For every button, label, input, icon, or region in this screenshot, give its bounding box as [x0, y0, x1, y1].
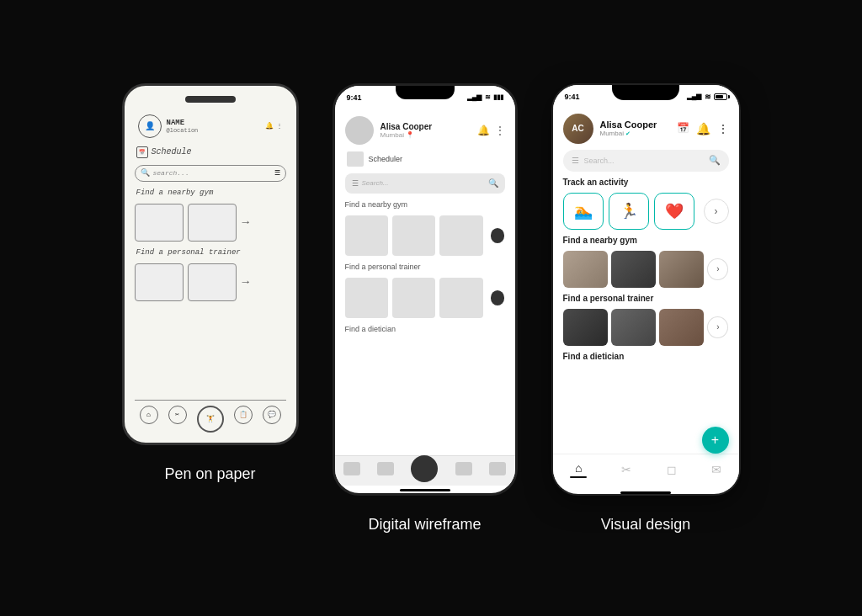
wire-location-pin: 📍	[406, 131, 414, 139]
paper-trainer-cards: →	[135, 263, 286, 301]
vis-gym-arrow[interactable]: ›	[707, 258, 728, 280]
wire-content: Alisa Cooper Mumbai 📍 🔔 ⋮ Scheduler	[335, 109, 515, 455]
wire-bottom-nav	[335, 455, 515, 486]
wire-search-bar[interactable]: ☰ Search... 🔍	[345, 173, 505, 194]
vis-fab-button[interactable]: +	[702, 427, 729, 454]
vis-dots-icon[interactable]: ⋮	[717, 122, 729, 135]
vis-activity-row: 🏊 🏃 ❤️ ›	[563, 193, 729, 230]
vis-verified-icon: ✔	[625, 130, 631, 137]
vis-nav-doc-icon: ◻	[667, 463, 677, 476]
vis-trainer-card-1[interactable]	[563, 309, 608, 346]
vis-phone: 9:41 ▂▄▆ ≋ AC Alisa Cooper	[551, 83, 741, 496]
wire-trainer-card-3	[439, 278, 482, 318]
wire-header-icons: 🔔 ⋮	[477, 125, 505, 136]
vis-trainer-cards: ›	[563, 309, 729, 346]
paper-user-info: NAME @location	[167, 119, 260, 134]
vis-nav-home-icon: ⌂	[575, 461, 582, 475]
wire-trainer-dot	[491, 290, 505, 305]
paper-nav-cut[interactable]: ✂	[168, 406, 187, 424]
vis-trainer-card-2[interactable]	[611, 309, 656, 346]
wire-nav-msg[interactable]	[489, 462, 506, 475]
wire-notch	[396, 86, 455, 99]
paper-avatar: 👤	[138, 114, 162, 138]
vis-status-icons: ▂▄▆ ≋	[687, 93, 727, 101]
paper-search-placeholder: search...	[153, 169, 189, 177]
wire-nav-center[interactable]	[411, 455, 438, 482]
paper-gym-card-2	[188, 204, 237, 242]
wire-search-placeholder: Search...	[362, 179, 485, 187]
vis-activity-heart[interactable]: ❤️	[654, 193, 694, 230]
paper-nav-center[interactable]: 🏋️	[197, 406, 224, 433]
vis-activity-swim[interactable]: 🏊	[563, 193, 604, 230]
wire-nav-doc-icon	[455, 462, 472, 475]
paper-filter-icon: ☰	[274, 169, 280, 177]
wire-bell-icon[interactable]: 🔔	[477, 125, 490, 136]
vis-activity-run[interactable]: 🏃	[609, 193, 649, 230]
wire-nav-doc[interactable]	[455, 462, 472, 475]
wire-status-icons: ▂▄▆ ≋ ▮▮▮	[467, 93, 503, 101]
wire-scheduler-icon	[347, 151, 364, 167]
vis-trainer-arrow[interactable]: ›	[707, 316, 728, 338]
vis-nav-home-underline	[570, 476, 587, 478]
wire-dots-icon[interactable]: ⋮	[495, 125, 505, 136]
paper-nav-home[interactable]: ⌂	[140, 406, 158, 424]
vis-avatar: AC	[563, 114, 593, 144]
vis-signal-icon: ▂▄▆	[687, 93, 702, 100]
bell-icon: 🔔	[265, 122, 274, 130]
vis-content: AC Alisa Cooper Mumbai ✔ 📅 🔔 ⋮	[553, 109, 739, 454]
paper-search-bar[interactable]: 🔍 search... ☰	[135, 165, 286, 182]
paper-search-icon: 🔍	[141, 168, 150, 178]
pen-paper-label: Pen on paper	[164, 465, 255, 483]
wire-gym-card-1	[345, 215, 388, 256]
paper-nav-doc[interactable]: 📋	[234, 406, 253, 424]
vis-gym-card-2[interactable]	[611, 251, 656, 288]
wire-battery-icon: ▮▮▮	[493, 93, 503, 101]
vis-avatar-initials: AC	[572, 124, 583, 133]
vis-gym-card-1[interactable]	[563, 251, 608, 288]
wire-home-indicator	[400, 489, 450, 491]
wire-time: 9:41	[347, 93, 362, 102]
vis-activity-arrow[interactable]: ›	[704, 199, 729, 224]
vis-nav-home[interactable]: ⌂	[570, 461, 587, 478]
wire-nav-scissors[interactable]	[377, 462, 394, 475]
paper-schedule-label: Schedule	[152, 147, 192, 157]
vis-search-placeholder: Search...	[584, 157, 704, 165]
vis-nav-msg[interactable]: ✉	[711, 463, 721, 476]
vis-time: 9:41	[565, 93, 580, 101]
wire-avatar	[345, 116, 374, 145]
main-container: 👤 NAME @location 🔔 ⋮ 📅 Schedule 🔍 search…	[105, 66, 758, 550]
vis-search-bar[interactable]: ☰ Search... 🔍	[563, 150, 729, 172]
wireframe-column: 9:41 ▂▄▆ ≋ ▮▮▮ Alisa Cooper Mumbai 📍	[333, 83, 518, 534]
vis-dietician-title: Find a dietician	[563, 352, 729, 361]
paper-nav-msg[interactable]: 💬	[263, 406, 281, 424]
paper-notch	[185, 96, 236, 103]
wire-trainer-cards	[345, 278, 505, 318]
paper-trainer-card-2	[188, 263, 237, 301]
vis-gym-card-3[interactable]	[659, 251, 704, 288]
paper-trainer-title: Find a personal trainer	[135, 248, 286, 257]
wire-phone: 9:41 ▂▄▆ ≋ ▮▮▮ Alisa Cooper Mumbai 📍	[333, 83, 518, 496]
vis-nav-doc[interactable]: ◻	[667, 463, 677, 476]
vis-bell-icon[interactable]: 🔔	[696, 122, 710, 135]
paper-gym-arrow[interactable]: →	[242, 215, 249, 229]
vis-battery-icon	[714, 93, 727, 100]
vis-nav-scissors[interactable]: ✂	[621, 463, 631, 476]
paper-location: @location	[167, 127, 260, 134]
vis-username: Alisa Cooper	[600, 119, 670, 130]
paper-trainer-arrow[interactable]: →	[242, 275, 249, 289]
wire-city: Mumbai 📍	[380, 131, 471, 139]
dots-icon: ⋮	[276, 122, 283, 130]
vis-gym-title: Find a nearby gym	[563, 236, 729, 245]
vis-trainer-title: Find a personal trainer	[563, 294, 729, 303]
wireframe-label: Digital wireframe	[368, 516, 481, 534]
vis-calendar-icon[interactable]: 📅	[677, 122, 689, 135]
wire-filter-icon: ☰	[352, 179, 359, 188]
wire-trainer-card-2	[392, 278, 435, 318]
wire-nav-home[interactable]	[343, 462, 360, 475]
visual-design-label: Visual design	[601, 516, 691, 534]
vis-trainer-card-3[interactable]	[659, 309, 704, 346]
wire-username: Alisa Cooper	[380, 122, 471, 131]
wire-nav-msg-icon	[489, 462, 506, 475]
wire-scheduler-row: Scheduler	[345, 151, 505, 167]
wire-gym-card-3	[439, 215, 482, 256]
